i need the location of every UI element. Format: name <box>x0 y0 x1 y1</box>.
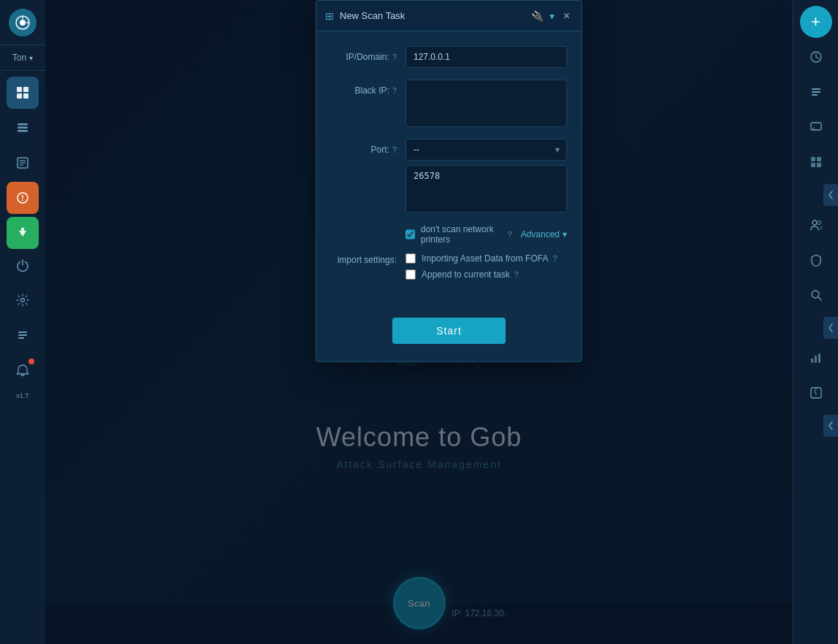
port-textarea[interactable]: 26578 <box>405 165 567 212</box>
svg-point-84 <box>817 221 820 225</box>
app-logo <box>0 0 45 45</box>
import-settings-section: import settings: Importing Asset Data fr… <box>331 253 567 280</box>
right-expand-button[interactable] <box>823 184 838 206</box>
dont-scan-row: don't scan network printers ? Advanced ▾ <box>331 224 567 245</box>
import-options: Importing Asset Data from FOFA ? Append … <box>405 253 557 280</box>
svg-rect-6 <box>17 93 22 99</box>
svg-rect-18 <box>18 331 27 333</box>
svg-rect-8 <box>18 123 28 126</box>
black-ip-input[interactable] <box>405 80 567 127</box>
svg-rect-76 <box>812 91 820 93</box>
port-row: Port: ? -- Common Ports All Ports Custom <box>331 139 567 212</box>
svg-rect-7 <box>23 93 28 99</box>
right-panel: + <box>793 0 838 644</box>
user-menu[interactable]: Ton ▾ <box>0 45 45 71</box>
right-expand-button-3[interactable] <box>823 415 838 437</box>
append-option: Append to current task ? <box>405 269 557 280</box>
dropdown-icon[interactable]: ▾ <box>549 10 555 22</box>
main-content: Welcome to Gob Attack Surface Management… <box>45 0 793 644</box>
plugin-icon[interactable]: 🔌 <box>531 10 544 22</box>
port-select-wrapper: -- Common Ports All Ports Custom <box>405 139 567 161</box>
svg-text:!: ! <box>21 194 23 202</box>
sidebar-item-plugins[interactable] <box>7 217 39 249</box>
sidebar-top: Ton ▾ <box>0 0 45 249</box>
start-button[interactable]: Start <box>392 318 506 344</box>
right-grid-icon[interactable] <box>800 146 832 178</box>
right-chat-icon[interactable] <box>800 111 832 143</box>
right-clock-icon[interactable] <box>800 41 832 73</box>
svg-rect-20 <box>18 337 24 339</box>
right-add-button[interactable]: + <box>800 6 832 38</box>
logs-button[interactable] <box>7 319 39 351</box>
alerts-button[interactable] <box>7 354 39 386</box>
advanced-chevron-icon: ▾ <box>563 229 567 239</box>
svg-rect-89 <box>818 353 820 363</box>
svg-point-83 <box>812 221 817 225</box>
svg-line-86 <box>818 297 821 300</box>
black-ip-label: Black IP: ? <box>331 80 397 96</box>
svg-point-85 <box>812 291 819 298</box>
right-shield-icon[interactable] <box>800 244 832 276</box>
modal-header-actions: 🔌 ▾ × <box>531 8 573 24</box>
svg-point-17 <box>21 299 25 302</box>
svg-rect-80 <box>817 157 821 161</box>
svg-rect-19 <box>18 334 27 336</box>
modal-title: New Scan Task <box>340 10 525 21</box>
import-fofa-label[interactable]: Importing Asset Data from FOFA ? <box>422 253 557 264</box>
svg-rect-9 <box>18 127 28 129</box>
right-puzzle-icon[interactable] <box>800 377 832 409</box>
black-ip-row: Black IP: ? <box>331 80 567 127</box>
modal-footer: Start <box>316 306 582 361</box>
alert-badge <box>28 359 34 364</box>
right-search-icon[interactable] <box>800 279 832 311</box>
ip-domain-input[interactable] <box>405 46 567 68</box>
port-label: Port: ? <box>331 139 397 155</box>
modal-body: IP/Domain: ? Black IP: ? Port: <box>316 31 582 306</box>
ip-domain-label: IP/Domain: ? <box>331 46 397 62</box>
sidebar-bottom: v1.T <box>0 249 45 408</box>
dont-scan-label[interactable]: don't scan network printers ? <box>421 224 512 245</box>
sidebar-nav: ! <box>0 71 45 249</box>
left-sidebar: Ton ▾ <box>0 0 45 644</box>
append-checkbox[interactable] <box>405 269 416 280</box>
import-fofa-checkbox[interactable] <box>405 253 416 264</box>
svg-rect-78 <box>811 123 821 130</box>
sidebar-item-dashboard[interactable] <box>7 77 39 109</box>
black-ip-help-icon[interactable]: ? <box>392 86 397 95</box>
svg-rect-81 <box>811 163 815 167</box>
modal-close-button[interactable]: × <box>560 8 573 24</box>
sidebar-item-vulns[interactable]: ! <box>7 182 39 214</box>
svg-rect-79 <box>811 157 815 161</box>
svg-rect-5 <box>23 87 28 92</box>
settings-button[interactable] <box>7 284 39 316</box>
power-button[interactable] <box>7 249 39 281</box>
ip-domain-row: IP/Domain: ? <box>331 46 567 68</box>
svg-point-1 <box>20 20 26 26</box>
svg-rect-82 <box>817 163 821 167</box>
sidebar-item-tasks[interactable] <box>7 147 39 179</box>
svg-rect-4 <box>17 87 22 92</box>
right-list-icon[interactable] <box>800 76 832 108</box>
svg-rect-77 <box>812 94 818 96</box>
username-label: Ton <box>12 53 26 63</box>
svg-rect-87 <box>811 359 813 363</box>
import-fofa-option: Importing Asset Data from FOFA ? <box>405 253 557 264</box>
version-label: v1.T <box>16 389 29 402</box>
import-fofa-help-icon[interactable]: ? <box>552 254 557 263</box>
port-select[interactable]: -- Common Ports All Ports Custom <box>405 139 567 161</box>
right-chart-icon[interactable] <box>800 342 832 374</box>
dont-scan-help-icon[interactable]: ? <box>508 230 512 239</box>
port-controls: -- Common Ports All Ports Custom 26578 <box>405 139 567 212</box>
dont-scan-checkbox[interactable] <box>405 229 415 239</box>
append-help-icon[interactable]: ? <box>514 270 519 279</box>
svg-rect-88 <box>815 356 817 363</box>
right-expand-button-2[interactable] <box>823 317 838 339</box>
advanced-button[interactable]: Advanced ▾ <box>521 229 567 239</box>
port-help-icon[interactable]: ? <box>392 145 397 154</box>
ip-domain-help-icon[interactable]: ? <box>392 53 397 61</box>
svg-line-74 <box>816 57 819 58</box>
modal-header: ⊞ New Scan Task 🔌 ▾ × <box>316 1 582 31</box>
right-users-icon[interactable] <box>800 209 832 241</box>
append-label[interactable]: Append to current task ? <box>422 269 519 280</box>
sidebar-item-assets[interactable] <box>7 112 39 144</box>
